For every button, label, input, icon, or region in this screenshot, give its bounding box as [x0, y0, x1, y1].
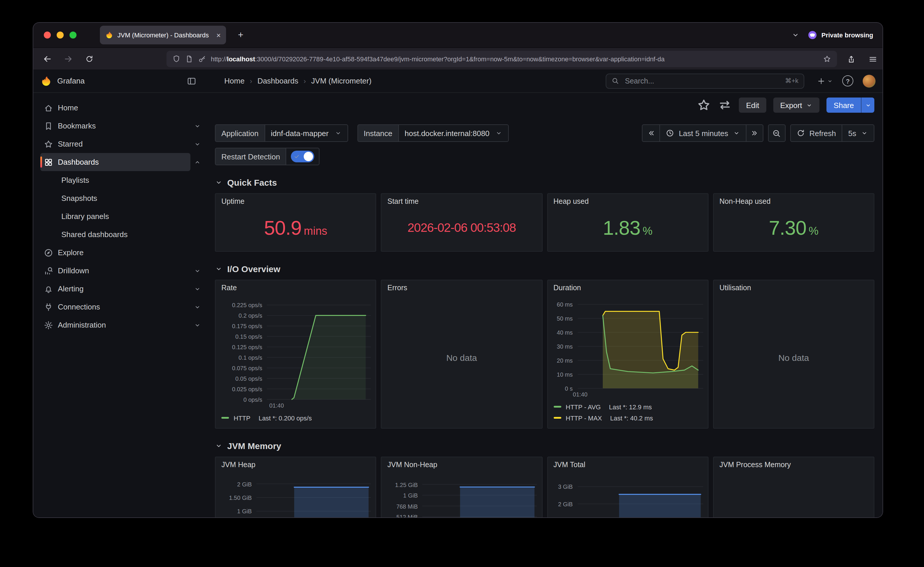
panel-title[interactable]: Heap used [548, 194, 708, 209]
sidebar-item-link[interactable]: Drilldown [40, 262, 190, 280]
chevron-down-icon[interactable] [194, 267, 201, 274]
search-box[interactable]: ⌘+k [606, 73, 804, 88]
panel-title[interactable]: Rate [216, 280, 376, 296]
panel-title[interactable]: JVM Total [548, 457, 708, 472]
chevron-down-icon[interactable] [194, 303, 201, 310]
sidebar-item-link[interactable]: Explore [40, 243, 201, 262]
application-select[interactable]: idnf-data-mapper [264, 124, 348, 142]
section-chevron-icon[interactable] [215, 442, 222, 449]
page-info-icon[interactable] [185, 55, 194, 63]
edit-button[interactable]: Edit [739, 98, 766, 113]
restart-detection-toggle[interactable] [291, 151, 315, 162]
sidebar-item-link[interactable]: Shared dashboards [40, 225, 201, 243]
bookmark-star-icon[interactable] [823, 55, 831, 63]
share-button[interactable]: Share [827, 98, 874, 113]
sidebar-item-link[interactable]: Playlists [40, 171, 201, 189]
sidebar-item-link[interactable]: Home [40, 99, 201, 117]
grafana-logo-icon[interactable] [40, 75, 52, 87]
instance-select[interactable]: host.docker.internal:8080 [398, 124, 509, 142]
favorite-star-icon[interactable] [697, 98, 711, 112]
zoom-window-button[interactable] [69, 32, 76, 39]
panel-title[interactable]: JVM Heap [216, 457, 376, 472]
section-jvm-memory[interactable]: JVM Memory [215, 436, 874, 456]
reload-button[interactable] [82, 52, 96, 66]
refresh-interval-select[interactable]: 5s [842, 124, 874, 142]
chevron-up-icon[interactable] [194, 159, 201, 165]
add-new-button[interactable] [817, 77, 833, 85]
sidebar-item-bookmarks[interactable]: Bookmarks [40, 117, 201, 135]
breadcrumb-item-home[interactable]: Home [224, 76, 244, 85]
sidebar-item-snapshots[interactable]: Snapshots [40, 189, 201, 207]
panel-title[interactable]: Uptime [216, 194, 376, 209]
new-tab-button[interactable]: + [233, 27, 248, 43]
sidebar-item-link[interactable]: Connections [40, 298, 190, 316]
share-options-chevron[interactable] [861, 98, 874, 113]
close-window-button[interactable] [44, 32, 51, 39]
section-chevron-icon[interactable] [215, 265, 222, 272]
sidebar-item-link[interactable]: Administration [40, 316, 190, 334]
section-io-overview[interactable]: I/O Overview [215, 259, 874, 279]
sidebar-item-home[interactable]: Home [40, 99, 201, 117]
sidebar-item-link[interactable]: Bookmarks [40, 117, 190, 135]
browser-tab[interactable]: JVM (Micrometer) - Dashboards × [100, 26, 226, 44]
panel-title[interactable]: Duration [548, 280, 708, 296]
url-bar[interactable]: http://localhost:3000/d/70292026-7789-4e… [166, 51, 837, 67]
app-menu-button[interactable] [866, 52, 880, 66]
legend-item[interactable]: HTTP - MAXLast *: 40.2 ms [554, 412, 702, 423]
minimize-window-button[interactable] [57, 32, 64, 39]
sidebar-item-link[interactable]: Alerting [40, 280, 190, 298]
section-chevron-icon[interactable] [215, 178, 222, 186]
sidebar-item-library-panels[interactable]: Library panels [40, 207, 201, 225]
section-quick-facts[interactable]: Quick Facts [215, 172, 874, 192]
chevron-down-icon [827, 78, 833, 84]
breadcrumb-item-dashboards[interactable]: Dashboards [257, 76, 298, 85]
tab-close-icon[interactable]: × [216, 31, 221, 39]
sidebar-item-link[interactable]: Library panels [40, 207, 201, 225]
time-shift-back-button[interactable] [642, 124, 659, 142]
help-button[interactable]: ? [842, 75, 854, 86]
time-range-picker[interactable]: Last 5 minutes [659, 124, 746, 142]
back-button[interactable] [40, 52, 54, 66]
breadcrumb-item-jvm-micrometer[interactable]: JVM (Micrometer) [311, 76, 372, 85]
panel-title[interactable]: JVM Process Memory [714, 457, 874, 472]
sidebar-item-connections[interactable]: Connections [40, 298, 201, 316]
sidebar-item-dashboards[interactable]: Dashboards [40, 153, 201, 171]
panel-title[interactable]: JVM Non-Heap [382, 457, 542, 472]
refresh-button[interactable]: Refresh [790, 124, 842, 142]
chevron-down-icon[interactable] [194, 285, 201, 292]
tracking-shield-icon[interactable] [172, 55, 180, 63]
sidebar-item-link[interactable]: Snapshots [40, 189, 201, 207]
legend-item[interactable]: HTTP - AVGLast *: 12.9 ms [554, 401, 702, 412]
export-button[interactable]: Export [773, 98, 819, 113]
share-button-label[interactable]: Share [827, 98, 861, 113]
sidebar-item-playlists[interactable]: Playlists [40, 171, 201, 189]
url-host: localhost [227, 56, 255, 63]
undock-menu-icon[interactable] [187, 76, 196, 86]
panel-title[interactable]: Utilisation [714, 280, 874, 296]
chevron-down-icon[interactable] [194, 122, 201, 129]
sidebar-item-starred[interactable]: Starred [40, 135, 201, 153]
key-icon[interactable] [198, 55, 206, 63]
sidebar-item-link[interactable]: Dashboards [40, 153, 190, 171]
search-input[interactable] [624, 76, 780, 86]
panel-title[interactable]: Start time [382, 194, 542, 209]
tab-list-chevron-icon[interactable] [792, 31, 800, 39]
panel-title[interactable]: Non-Heap used [714, 194, 874, 209]
chevron-down-icon[interactable] [194, 321, 201, 328]
sidebar-item-drilldown[interactable]: Drilldown [40, 262, 201, 280]
panel-title[interactable]: Errors [382, 280, 542, 296]
zoom-out-button[interactable] [768, 124, 785, 142]
sidebar-item-link[interactable]: Starred [40, 135, 190, 153]
sidebar-item-alerting[interactable]: Alerting [40, 280, 201, 298]
time-controls: Last 5 minutes Refresh 5s [642, 124, 874, 142]
time-shift-forward-button[interactable] [746, 124, 763, 142]
forward-button[interactable] [62, 52, 75, 66]
compare-arrows-icon[interactable] [718, 98, 732, 112]
chevron-down-icon[interactable] [194, 140, 201, 147]
avatar[interactable] [862, 75, 876, 87]
legend-item[interactable]: HTTPLast *: 0.200 ops/s [221, 412, 370, 423]
sidebar-item-explore[interactable]: Explore [40, 243, 201, 262]
share-page-button[interactable] [844, 52, 858, 66]
sidebar-item-shared-dashboards[interactable]: Shared dashboards [40, 225, 201, 243]
sidebar-item-administration[interactable]: Administration [40, 316, 201, 334]
